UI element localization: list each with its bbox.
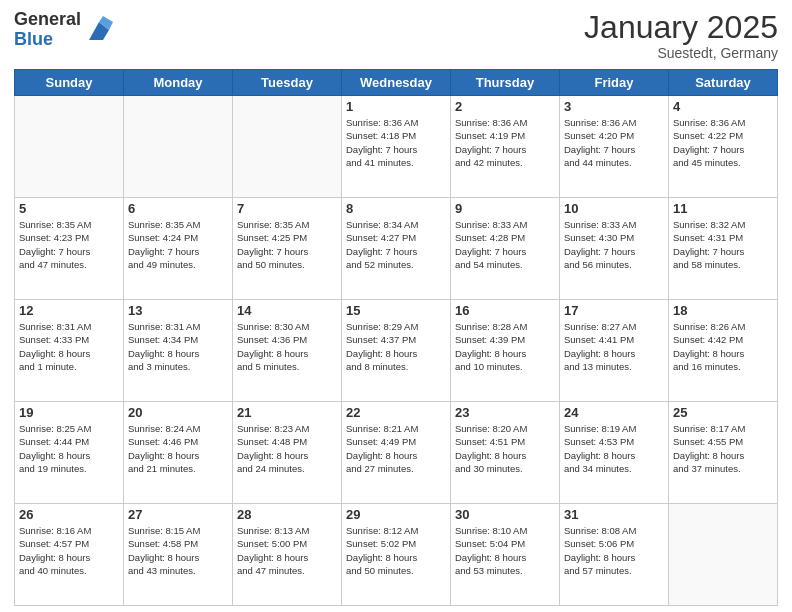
day-info: Sunrise: 8:34 AM Sunset: 4:27 PM Dayligh…: [346, 218, 446, 271]
table-row: 15Sunrise: 8:29 AM Sunset: 4:37 PM Dayli…: [342, 300, 451, 402]
table-row: 7Sunrise: 8:35 AM Sunset: 4:25 PM Daylig…: [233, 198, 342, 300]
table-row: 13Sunrise: 8:31 AM Sunset: 4:34 PM Dayli…: [124, 300, 233, 402]
table-row: 14Sunrise: 8:30 AM Sunset: 4:36 PM Dayli…: [233, 300, 342, 402]
day-info: Sunrise: 8:27 AM Sunset: 4:41 PM Dayligh…: [564, 320, 664, 373]
title-area: January 2025 Suestedt, Germany: [584, 10, 778, 61]
day-number: 5: [19, 201, 119, 216]
day-number: 2: [455, 99, 555, 114]
table-row: 18Sunrise: 8:26 AM Sunset: 4:42 PM Dayli…: [669, 300, 778, 402]
day-info: Sunrise: 8:13 AM Sunset: 5:00 PM Dayligh…: [237, 524, 337, 577]
table-row: 19Sunrise: 8:25 AM Sunset: 4:44 PM Dayli…: [15, 402, 124, 504]
day-number: 15: [346, 303, 446, 318]
col-monday: Monday: [124, 70, 233, 96]
day-number: 29: [346, 507, 446, 522]
page-header: General Blue January 2025 Suestedt, Germ…: [14, 10, 778, 61]
calendar-header-row: Sunday Monday Tuesday Wednesday Thursday…: [15, 70, 778, 96]
day-number: 25: [673, 405, 773, 420]
day-number: 22: [346, 405, 446, 420]
day-info: Sunrise: 8:20 AM Sunset: 4:51 PM Dayligh…: [455, 422, 555, 475]
col-tuesday: Tuesday: [233, 70, 342, 96]
day-number: 19: [19, 405, 119, 420]
day-number: 7: [237, 201, 337, 216]
month-title: January 2025: [584, 10, 778, 45]
day-number: 24: [564, 405, 664, 420]
day-number: 14: [237, 303, 337, 318]
table-row: 9Sunrise: 8:33 AM Sunset: 4:28 PM Daylig…: [451, 198, 560, 300]
table-row: 8Sunrise: 8:34 AM Sunset: 4:27 PM Daylig…: [342, 198, 451, 300]
table-row: 23Sunrise: 8:20 AM Sunset: 4:51 PM Dayli…: [451, 402, 560, 504]
logo: General Blue: [14, 10, 113, 50]
table-row: 10Sunrise: 8:33 AM Sunset: 4:30 PM Dayli…: [560, 198, 669, 300]
day-info: Sunrise: 8:12 AM Sunset: 5:02 PM Dayligh…: [346, 524, 446, 577]
day-info: Sunrise: 8:15 AM Sunset: 4:58 PM Dayligh…: [128, 524, 228, 577]
table-row: 28Sunrise: 8:13 AM Sunset: 5:00 PM Dayli…: [233, 504, 342, 606]
day-info: Sunrise: 8:16 AM Sunset: 4:57 PM Dayligh…: [19, 524, 119, 577]
day-info: Sunrise: 8:35 AM Sunset: 4:25 PM Dayligh…: [237, 218, 337, 271]
day-number: 16: [455, 303, 555, 318]
table-row: 1Sunrise: 8:36 AM Sunset: 4:18 PM Daylig…: [342, 96, 451, 198]
logo-blue-text: Blue: [14, 30, 81, 50]
location: Suestedt, Germany: [584, 45, 778, 61]
table-row: 29Sunrise: 8:12 AM Sunset: 5:02 PM Dayli…: [342, 504, 451, 606]
day-info: Sunrise: 8:36 AM Sunset: 4:20 PM Dayligh…: [564, 116, 664, 169]
table-row: 2Sunrise: 8:36 AM Sunset: 4:19 PM Daylig…: [451, 96, 560, 198]
day-info: Sunrise: 8:10 AM Sunset: 5:04 PM Dayligh…: [455, 524, 555, 577]
table-row: 25Sunrise: 8:17 AM Sunset: 4:55 PM Dayli…: [669, 402, 778, 504]
day-info: Sunrise: 8:08 AM Sunset: 5:06 PM Dayligh…: [564, 524, 664, 577]
day-info: Sunrise: 8:36 AM Sunset: 4:19 PM Dayligh…: [455, 116, 555, 169]
calendar-week-row: 1Sunrise: 8:36 AM Sunset: 4:18 PM Daylig…: [15, 96, 778, 198]
table-row: [233, 96, 342, 198]
table-row: 22Sunrise: 8:21 AM Sunset: 4:49 PM Dayli…: [342, 402, 451, 504]
table-row: 4Sunrise: 8:36 AM Sunset: 4:22 PM Daylig…: [669, 96, 778, 198]
table-row: 12Sunrise: 8:31 AM Sunset: 4:33 PM Dayli…: [15, 300, 124, 402]
table-row: 20Sunrise: 8:24 AM Sunset: 4:46 PM Dayli…: [124, 402, 233, 504]
table-row: 31Sunrise: 8:08 AM Sunset: 5:06 PM Dayli…: [560, 504, 669, 606]
table-row: 6Sunrise: 8:35 AM Sunset: 4:24 PM Daylig…: [124, 198, 233, 300]
day-number: 20: [128, 405, 228, 420]
logo-icon: [85, 16, 113, 44]
day-number: 3: [564, 99, 664, 114]
calendar-week-row: 12Sunrise: 8:31 AM Sunset: 4:33 PM Dayli…: [15, 300, 778, 402]
day-number: 11: [673, 201, 773, 216]
logo-general-text: General: [14, 10, 81, 30]
table-row: [669, 504, 778, 606]
day-info: Sunrise: 8:33 AM Sunset: 4:30 PM Dayligh…: [564, 218, 664, 271]
day-info: Sunrise: 8:26 AM Sunset: 4:42 PM Dayligh…: [673, 320, 773, 373]
table-row: [124, 96, 233, 198]
table-row: 3Sunrise: 8:36 AM Sunset: 4:20 PM Daylig…: [560, 96, 669, 198]
day-info: Sunrise: 8:36 AM Sunset: 4:22 PM Dayligh…: [673, 116, 773, 169]
day-info: Sunrise: 8:21 AM Sunset: 4:49 PM Dayligh…: [346, 422, 446, 475]
day-number: 23: [455, 405, 555, 420]
table-row: 17Sunrise: 8:27 AM Sunset: 4:41 PM Dayli…: [560, 300, 669, 402]
day-number: 1: [346, 99, 446, 114]
col-sunday: Sunday: [15, 70, 124, 96]
day-number: 30: [455, 507, 555, 522]
day-number: 28: [237, 507, 337, 522]
table-row: 16Sunrise: 8:28 AM Sunset: 4:39 PM Dayli…: [451, 300, 560, 402]
day-info: Sunrise: 8:31 AM Sunset: 4:33 PM Dayligh…: [19, 320, 119, 373]
day-number: 21: [237, 405, 337, 420]
table-row: 26Sunrise: 8:16 AM Sunset: 4:57 PM Dayli…: [15, 504, 124, 606]
day-info: Sunrise: 8:19 AM Sunset: 4:53 PM Dayligh…: [564, 422, 664, 475]
day-info: Sunrise: 8:23 AM Sunset: 4:48 PM Dayligh…: [237, 422, 337, 475]
page-container: General Blue January 2025 Suestedt, Germ…: [0, 0, 792, 612]
day-info: Sunrise: 8:35 AM Sunset: 4:23 PM Dayligh…: [19, 218, 119, 271]
table-row: 5Sunrise: 8:35 AM Sunset: 4:23 PM Daylig…: [15, 198, 124, 300]
day-info: Sunrise: 8:28 AM Sunset: 4:39 PM Dayligh…: [455, 320, 555, 373]
day-number: 6: [128, 201, 228, 216]
col-friday: Friday: [560, 70, 669, 96]
table-row: 21Sunrise: 8:23 AM Sunset: 4:48 PM Dayli…: [233, 402, 342, 504]
day-info: Sunrise: 8:36 AM Sunset: 4:18 PM Dayligh…: [346, 116, 446, 169]
day-info: Sunrise: 8:31 AM Sunset: 4:34 PM Dayligh…: [128, 320, 228, 373]
calendar-week-row: 19Sunrise: 8:25 AM Sunset: 4:44 PM Dayli…: [15, 402, 778, 504]
day-number: 12: [19, 303, 119, 318]
day-number: 18: [673, 303, 773, 318]
day-number: 4: [673, 99, 773, 114]
day-number: 27: [128, 507, 228, 522]
day-info: Sunrise: 8:17 AM Sunset: 4:55 PM Dayligh…: [673, 422, 773, 475]
day-info: Sunrise: 8:29 AM Sunset: 4:37 PM Dayligh…: [346, 320, 446, 373]
table-row: 11Sunrise: 8:32 AM Sunset: 4:31 PM Dayli…: [669, 198, 778, 300]
day-number: 8: [346, 201, 446, 216]
col-thursday: Thursday: [451, 70, 560, 96]
day-number: 31: [564, 507, 664, 522]
